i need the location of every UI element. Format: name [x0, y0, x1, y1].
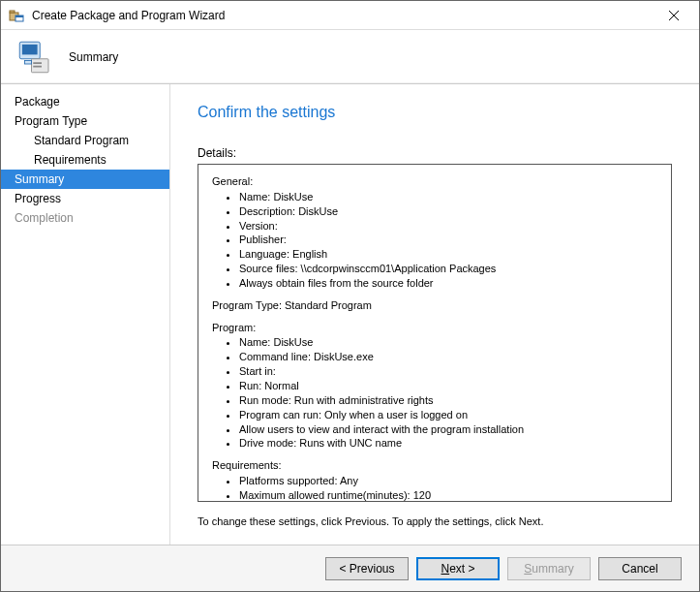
- section-program-title: Program:: [212, 321, 657, 335]
- section-program-type-line: Program Type: Standard Program: [212, 298, 657, 313]
- list-item: Drive mode: Runs with UNC name: [239, 436, 657, 451]
- details-label: Details:: [198, 146, 672, 160]
- previous-button[interactable]: < Previous: [325, 557, 409, 580]
- list-item: Description: DiskUse: [239, 204, 657, 219]
- section-general-list: Name: DiskUse Description: DiskUse Versi…: [212, 190, 657, 291]
- nav-item-requirements[interactable]: Requirements: [1, 150, 169, 170]
- list-item: Run mode: Run with administrative rights: [239, 393, 657, 408]
- section-requirements-list: Platforms supported: Any Maximum allowed…: [212, 474, 657, 502]
- details-box[interactable]: General: Name: DiskUse Description: Disk…: [198, 164, 672, 502]
- list-item: Source files: \\cdcorpwinsccm01\Applicat…: [239, 262, 657, 276]
- list-item: Name: DiskUse: [239, 335, 657, 350]
- svg-rect-7: [22, 44, 38, 54]
- next-button[interactable]: Next >: [416, 557, 500, 580]
- list-item: Maximum allowed runtime(minutes): 120: [239, 488, 657, 502]
- wizard-body: Package Program Type Standard Program Re…: [1, 84, 699, 545]
- list-item: Always obtain files from the source fold…: [239, 276, 657, 291]
- svg-rect-11: [25, 60, 32, 64]
- list-item: Platforms supported: Any: [239, 474, 657, 488]
- page-heading: Confirm the settings: [198, 104, 672, 121]
- section-requirements-title: Requirements:: [212, 458, 657, 473]
- list-item: Run: Normal: [239, 379, 657, 393]
- section-program-list: Name: DiskUse Command line: DiskUse.exe …: [212, 335, 657, 451]
- header-band: Summary: [1, 30, 699, 84]
- list-item: Publisher:: [239, 233, 657, 247]
- svg-rect-9: [33, 62, 42, 64]
- nav-item-summary[interactable]: Summary: [1, 170, 169, 189]
- close-button[interactable]: [653, 2, 695, 29]
- svg-rect-3: [15, 16, 23, 17]
- list-item: Start in:: [239, 364, 657, 379]
- nav-item-standard-program[interactable]: Standard Program: [1, 131, 169, 150]
- list-item: Language: English: [239, 247, 657, 262]
- header-label: Summary: [69, 50, 118, 64]
- window-title: Create Package and Program Wizard: [32, 9, 653, 22]
- list-item: Version:: [239, 219, 657, 234]
- nav-item-package[interactable]: Package: [1, 92, 169, 111]
- list-item: Command line: DiskUse.exe: [239, 350, 657, 364]
- svg-rect-1: [10, 11, 15, 13]
- app-icon: [9, 8, 24, 23]
- summary-button: Summary: [507, 557, 591, 580]
- nav-item-program-type[interactable]: Program Type: [1, 111, 169, 131]
- wizard-footer: < Previous Next > Summary Cancel: [1, 545, 699, 591]
- titlebar: Create Package and Program Wizard: [1, 1, 699, 30]
- list-item: Name: DiskUse: [239, 190, 657, 204]
- nav-item-progress[interactable]: Progress: [1, 189, 169, 208]
- wizard-icon: [15, 37, 55, 78]
- wizard-content: Confirm the settings Details: General: N…: [170, 84, 699, 545]
- hint-text: To change these settings, click Previous…: [198, 515, 672, 527]
- cancel-button[interactable]: Cancel: [598, 557, 682, 580]
- wizard-nav: Package Program Type Standard Program Re…: [1, 84, 170, 545]
- section-general-title: General:: [212, 174, 657, 189]
- svg-rect-10: [33, 65, 42, 67]
- nav-item-completion: Completion: [1, 208, 169, 228]
- list-item: Program can run: Only when a user is log…: [239, 408, 657, 422]
- list-item: Allow users to view and interact with th…: [239, 422, 657, 437]
